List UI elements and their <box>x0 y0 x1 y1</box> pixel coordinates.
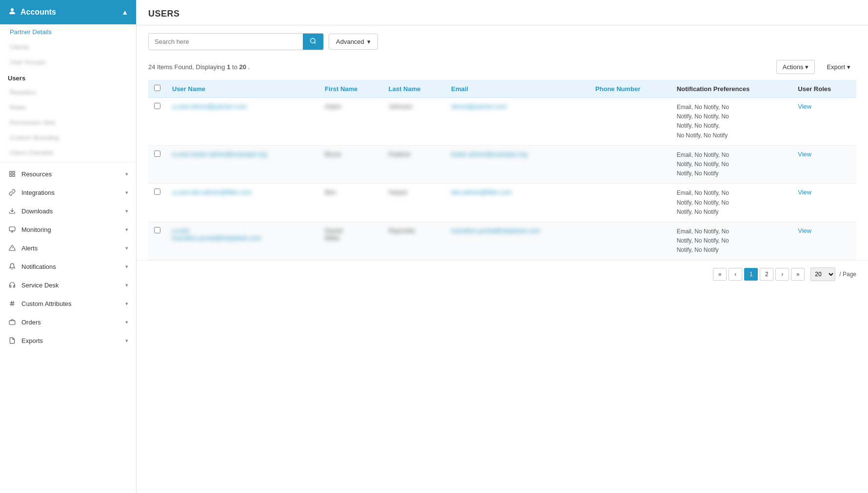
monitor-icon <box>8 225 17 234</box>
cell-lastname-2: Federer <box>383 145 446 184</box>
sidebar-header[interactable]: Accounts ▲ <box>0 0 136 24</box>
col-header-firstname[interactable]: First Name <box>319 80 383 98</box>
notifications-expand-icon: ▾ <box>125 264 128 270</box>
cell-firstname-1: Adam <box>319 98 383 146</box>
svg-line-17 <box>315 42 316 44</box>
cell-username-3: a.user.dev.admin@filter.com <box>166 184 319 222</box>
sidebar-item-partner-details[interactable]: Partner Details <box>0 24 136 39</box>
search-button[interactable] <box>303 34 323 50</box>
order-icon <box>8 318 17 326</box>
sidebar-item-exports[interactable]: Exports ▾ <box>0 331 136 350</box>
row-checkbox-1[interactable] <box>148 98 166 146</box>
pagination-page-1-button[interactable]: 1 <box>744 268 758 281</box>
search-bar-row: Advanced ▾ <box>137 25 868 58</box>
sidebar-item-resellers[interactable]: Resellers <box>0 85 136 100</box>
cell-phone-1 <box>590 98 671 146</box>
pagination-last-button[interactable]: » <box>791 268 805 281</box>
download-icon <box>8 207 17 215</box>
sidebar-item-downloads[interactable]: Downloads ▾ <box>0 202 136 220</box>
export-button[interactable]: Export ▾ <box>821 60 856 74</box>
actions-button[interactable]: Actions ▾ <box>776 60 815 74</box>
cell-email-3: dev.admin@filter.com <box>445 184 590 222</box>
exports-icon <box>8 336 17 345</box>
sidebar-item-roles[interactable]: Roles <box>0 100 136 115</box>
table-row: a.user.dev.admin@filter.com Ben Harper d… <box>148 184 856 222</box>
sidebar-item-custom-branding[interactable]: Custom Branding <box>0 130 136 145</box>
cell-username-1: a.user.demo@partner.com <box>166 98 319 146</box>
svg-rect-1 <box>10 171 12 173</box>
cell-username-2: a.user.tester.admin@example.org <box>166 145 319 184</box>
integrations-expand-icon: ▾ <box>125 190 128 196</box>
grid-icon <box>8 170 17 178</box>
col-header-email[interactable]: Email <box>445 80 590 98</box>
cell-email-4: transition.portal@helpdesk.com <box>445 222 590 260</box>
advanced-button[interactable]: Advanced ▾ <box>329 34 378 50</box>
pagination-page-2-button[interactable]: 2 <box>760 268 773 281</box>
svg-rect-2 <box>13 171 15 173</box>
table-row: a.usertransition.portal@helpdesk.com Dan… <box>148 222 856 260</box>
sidebar-item-monitoring[interactable]: Monitoring ▾ <box>0 220 136 239</box>
svg-rect-15 <box>9 321 15 324</box>
sidebar-item-integrations[interactable]: Integrations ▾ <box>0 183 136 202</box>
row-checkbox-4[interactable] <box>148 222 166 260</box>
per-page-label: / Page <box>839 271 856 278</box>
cell-lastname-3: Harper <box>383 184 446 222</box>
row-checkbox-2[interactable] <box>148 145 166 184</box>
sidebar-item-client-checklist[interactable]: Client Checklist <box>0 145 136 160</box>
pagination-prev-button[interactable]: ‹ <box>729 268 742 281</box>
col-header-username[interactable]: User Name <box>166 80 319 98</box>
advanced-chevron-icon: ▾ <box>367 38 371 45</box>
cell-roles-1: View <box>792 98 856 146</box>
cell-notifications-2: Email, No Notify, NoNotify, No Notify, N… <box>671 145 792 184</box>
link-icon <box>8 188 17 197</box>
sidebar-section-users: Users <box>0 70 136 85</box>
cell-firstname-3: Ben <box>319 184 383 222</box>
page-size-select[interactable]: 20 50 100 <box>810 267 835 281</box>
sidebar-item-clients[interactable]: Clients <box>0 39 136 55</box>
pagination-next-button[interactable]: › <box>775 268 789 281</box>
tag-icon <box>8 299 17 308</box>
sidebar-item-permission-sets[interactable]: Permission Sets <box>0 115 136 130</box>
sidebar-item-notifications[interactable]: Notifications ▾ <box>0 257 136 276</box>
sidebar-collapse-icon[interactable]: ▲ <box>121 8 128 16</box>
sidebar-item-orders[interactable]: Orders ▾ <box>0 313 136 331</box>
cell-roles-2: View <box>792 145 856 184</box>
results-info: 24 Items Found, Displaying 1 to 20 . <box>148 63 250 71</box>
sidebar-item-service-desk[interactable]: Service Desk ▾ <box>0 276 136 294</box>
select-all-checkbox[interactable] <box>154 85 160 91</box>
account-icon <box>8 7 17 18</box>
sidebar-item-custom-attributes[interactable]: Custom Attributes ▾ <box>0 294 136 313</box>
actions-export-row: Actions ▾ Export ▾ <box>776 60 856 74</box>
sidebar-header-left: Accounts <box>8 7 56 18</box>
search-input-wrapper <box>148 33 324 50</box>
col-header-phone[interactable]: Phone Number <box>590 80 671 98</box>
pagination-row: « ‹ 1 2 › » 20 50 100 / Page <box>137 260 868 288</box>
search-input[interactable] <box>149 34 303 50</box>
monitoring-expand-icon: ▾ <box>125 227 128 233</box>
actions-chevron-icon: ▾ <box>805 63 809 71</box>
svg-line-14 <box>13 301 13 306</box>
svg-rect-3 <box>10 174 12 176</box>
service-desk-expand-icon: ▾ <box>125 282 128 288</box>
cell-email-2: tester.admin@example.org <box>445 145 590 184</box>
pagination-first-button[interactable]: « <box>713 268 727 281</box>
sidebar-item-user-groups[interactable]: User Groups <box>0 55 136 70</box>
table-row: a.user.demo@partner.com Adam Johnson dem… <box>148 98 856 146</box>
view-link-1[interactable]: View <box>798 103 811 110</box>
svg-line-13 <box>11 301 12 306</box>
view-link-2[interactable]: View <box>798 151 811 158</box>
view-link-4[interactable]: View <box>798 227 811 234</box>
export-chevron-icon: ▾ <box>847 63 850 71</box>
cell-phone-3 <box>590 184 671 222</box>
sidebar-item-resources[interactable]: Resources ▾ <box>0 165 136 183</box>
sidebar-item-alerts[interactable]: Alerts ▾ <box>0 239 136 257</box>
cell-firstname-2: Bruce <box>319 145 383 184</box>
view-link-3[interactable]: View <box>798 189 811 196</box>
search-icon <box>310 38 316 44</box>
users-table: User Name First Name Last Name Email Pho <box>148 80 856 260</box>
row-checkbox-3[interactable] <box>148 184 166 222</box>
custom-attributes-expand-icon: ▾ <box>125 301 128 307</box>
page-header: USERS <box>137 0 868 25</box>
exports-expand-icon: ▾ <box>125 338 128 344</box>
col-header-lastname[interactable]: Last Name <box>383 80 446 98</box>
